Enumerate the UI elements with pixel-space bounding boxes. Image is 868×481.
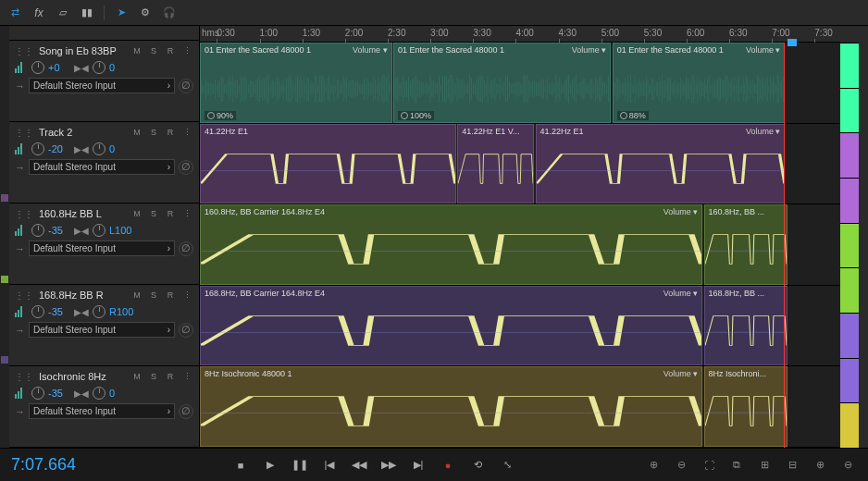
volume-knob[interactable] [31,305,44,318]
mute-button[interactable]: M [130,126,143,139]
pan-value[interactable]: 0 [109,62,115,73]
input-selector[interactable]: Default Stereo Input› [29,322,175,338]
stop-button[interactable]: ■ [232,457,249,474]
grip-icon[interactable]: ⋮⋮ [15,290,33,301]
phase-icon[interactable]: ∅ [179,241,193,256]
input-selector[interactable]: Default Stereo Input› [29,159,175,175]
pan-knob[interactable] [93,387,105,400]
input-selector[interactable]: Default Stereo Input› [29,78,175,93]
audio-clip[interactable]: 01 Enter the Sacred 48000 1 Volume ▾ 88% [613,43,786,123]
volume-value[interactable]: -35 [48,225,70,236]
zoom-in-icon[interactable]: ⊕ [644,457,663,474]
swap-icon[interactable]: ⇄ [7,6,22,20]
grip-icon[interactable]: ⋮⋮ [15,46,33,56]
record-arm-button[interactable]: R [164,370,177,383]
phase-icon[interactable]: ∅ [179,404,193,419]
headphones-icon[interactable]: 🎧 [162,6,177,20]
track-name[interactable]: Song in Eb 83BP [39,45,125,56]
audio-clip[interactable]: 168.8Hz, BB Carrier 164.8Hz E4 Volume ▾ [200,286,702,366]
pause-button[interactable]: ❚❚ [291,457,308,474]
volume-value[interactable]: -35 [48,306,70,317]
input-selector[interactable]: Default Stereo Input› [29,240,175,256]
mute-button[interactable]: M [130,289,143,302]
pan-knob[interactable] [93,142,105,155]
track-name[interactable]: 168.8Hz BB R [39,290,125,301]
cti-marker[interactable] [787,39,797,46]
track-menu-icon[interactable]: ⋮ [180,44,193,57]
volume-knob[interactable] [31,142,44,155]
phase-icon[interactable]: ∅ [179,323,193,338]
clip-gain-badge[interactable]: 90% [205,111,236,120]
grip-icon[interactable]: ⋮⋮ [15,372,33,382]
mute-button[interactable]: M [130,207,143,220]
track-header[interactable]: ⋮⋮ Song in Eb 83BP M S R ⋮ +0 ▶◀ 0 → Def… [9,41,199,122]
pan-knob[interactable] [93,305,105,318]
zoom-selection-icon[interactable]: ⧉ [727,457,746,474]
audio-clip[interactable]: 41.22Hz E1 Volume ▾ [536,124,786,204]
time-ruler[interactable]: hms 0:301:001:302:002:303:003:304:004:30… [200,26,840,43]
track-menu-icon[interactable]: ⋮ [180,289,193,302]
clip-volume-dropdown[interactable]: Volume ▾ [353,45,388,55]
pan-knob[interactable] [93,224,105,237]
skip-start-button[interactable]: |◀ [321,457,338,474]
zoom-out-icon[interactable]: ⊖ [672,457,690,474]
clip-volume-dropdown[interactable]: Volume ▾ [663,207,699,216]
clip-volume-dropdown[interactable]: Volume ▾ [572,45,607,55]
audio-clip[interactable]: 01 Enter the Sacred 48000 1 Volume ▾ 100… [393,43,611,123]
solo-button[interactable]: S [147,207,160,220]
track-name[interactable]: Track 2 [39,127,125,138]
pan-value[interactable]: L100 [109,225,131,236]
audio-clip[interactable]: 160.8Hz, BB ... [704,204,787,285]
clip-volume-dropdown[interactable]: Volume ▾ [663,369,699,378]
track-lane[interactable]: 168.8Hz, BB Carrier 164.8Hz E4 Volume ▾ … [200,286,840,367]
track-lane[interactable]: 41.22Hz E1 41.22Hz E1 V... 41.22Hz E1 Vo… [200,124,840,205]
envelope-icon[interactable]: ▱ [56,6,70,20]
track-lane[interactable]: 8Hz Isochronic 48000 1 Volume ▾ 8Hz Isoc… [200,366,840,448]
volume-value[interactable]: -20 [48,143,70,154]
playhead[interactable] [784,43,785,448]
zoom-in-time-icon[interactable]: ⊞ [755,457,774,474]
record-arm-button[interactable]: R [164,207,177,220]
volume-knob[interactable] [31,61,44,74]
zoom-out-time-icon[interactable]: ⊟ [783,457,801,474]
track-menu-icon[interactable]: ⋮ [180,370,193,383]
clip-gain-badge[interactable]: 88% [617,111,649,120]
audio-clip[interactable]: 41.22Hz E1 [200,124,456,204]
forward-button[interactable]: ▶▶ [380,457,397,474]
audio-clip[interactable]: 01 Enter the Sacred 48000 1 Volume ▾ 90% [200,43,392,123]
audio-clip[interactable]: 8Hz Isochroni... [704,366,787,447]
track-header[interactable]: ⋮⋮ Track 2 M S R ⋮ -20 ▶◀ 0 → Default St… [9,122,199,204]
clip-gain-badge[interactable]: 100% [398,111,434,120]
solo-button[interactable]: S [147,370,160,383]
clip-volume-dropdown[interactable]: Volume ▾ [746,45,781,55]
track-menu-icon[interactable]: ⋮ [180,126,193,139]
solo-button[interactable]: S [147,289,160,302]
clip-volume-dropdown[interactable]: Volume ▾ [663,289,699,298]
rewind-button[interactable]: ◀◀ [351,457,367,474]
track-menu-icon[interactable]: ⋮ [180,207,193,220]
record-arm-button[interactable]: R [164,44,177,57]
mute-button[interactable]: M [130,370,143,383]
track-header[interactable]: ⋮⋮ 168.8Hz BB R M S R ⋮ -35 ▶◀ R100 → De… [9,285,199,366]
pan-value[interactable]: 0 [109,143,115,154]
pan-knob[interactable] [93,61,105,74]
zoom-out-ampl-icon[interactable]: ⊖ [838,457,857,474]
pan-value[interactable]: 0 [109,388,115,399]
audio-clip[interactable]: 168.8Hz, BB ... [704,286,787,366]
track-name[interactable]: 160.8Hz BB L [39,208,125,219]
solo-button[interactable]: S [147,44,160,57]
record-arm-button[interactable]: R [164,126,177,139]
volume-value[interactable]: -35 [48,388,70,399]
histogram-icon[interactable]: ▮▮ [80,6,94,20]
track-name[interactable]: Isochronic 8Hz [39,371,125,382]
track-lane[interactable]: 160.8Hz, BB Carrier 164.8Hz E4 Volume ▾ … [200,204,840,286]
clip-volume-dropdown[interactable]: Volume ▾ [746,127,781,136]
audio-clip[interactable]: 160.8Hz, BB Carrier 164.8Hz E4 Volume ▾ [200,204,702,285]
settings-icon[interactable]: ⚙ [138,6,153,20]
pan-value[interactable]: R100 [109,306,133,317]
fx-icon[interactable]: fx [31,6,46,20]
vertical-scrollbar[interactable] [859,26,868,448]
grip-icon[interactable]: ⋮⋮ [15,128,33,138]
grip-icon[interactable]: ⋮⋮ [15,209,33,219]
skip-end-button[interactable]: ▶| [410,457,427,474]
